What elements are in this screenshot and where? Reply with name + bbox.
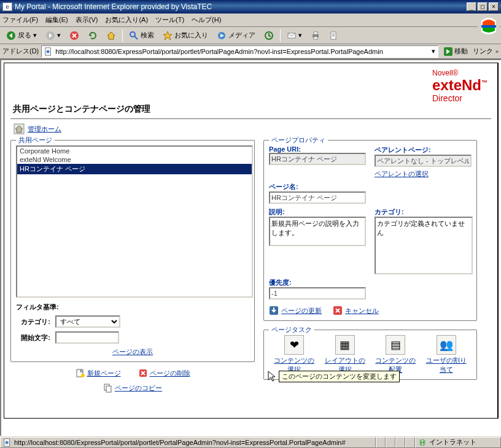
address-input[interactable]: http://localhost:8080/ExpressPortal/port…: [41, 45, 438, 58]
uri-label: Page URI:: [269, 145, 370, 153]
shared-pages-fieldset: 共用ページ Corporate Home exteNd Welcome HRコン…: [10, 140, 255, 362]
new-page-label[interactable]: 新規ページ: [87, 369, 121, 378]
copy-page-link[interactable]: ページのコピー: [10, 383, 255, 393]
task-user-assign-label[interactable]: ユーザの割り当て: [426, 357, 467, 373]
layout-select-icon: ▦: [335, 335, 355, 355]
search-button[interactable]: 検索: [126, 29, 157, 42]
address-url: http://localhost:8080/ExpressPortal/port…: [55, 48, 383, 55]
back-dropdown-icon: ▾: [33, 31, 37, 39]
startchar-input[interactable]: [55, 331, 119, 344]
svg-point-5: [130, 32, 135, 37]
window-titlebar: e My Portal - Microsoft Internet Explore…: [0, 0, 501, 14]
print-button[interactable]: [308, 29, 323, 42]
forward-button[interactable]: ▾: [43, 29, 63, 42]
cancel-icon: [333, 306, 343, 315]
new-page-link[interactable]: 新規ページ: [76, 368, 121, 378]
history-icon: [264, 31, 274, 41]
links-chevron-icon: »: [495, 48, 499, 55]
maximize-button[interactable]: □: [478, 2, 487, 11]
stop-button[interactable]: [67, 29, 82, 42]
page-properties-fieldset: ページプロパティ Page URI: ペアレントページ: ペアレントの選択: [263, 140, 477, 321]
content-viewport: Novell® exteNd™ Director 共用ページとコンテナページの管…: [0, 59, 501, 436]
svg-rect-22: [106, 386, 111, 392]
search-label: 検索: [141, 31, 154, 40]
update-page-button[interactable]: ページの更新: [269, 306, 322, 315]
save-arrow-icon: [269, 306, 279, 315]
parent-select-link[interactable]: ペアレントの選択: [375, 170, 429, 177]
task-layout-select[interactable]: ▦ レイアウトの選択: [322, 335, 368, 374]
edit-button[interactable]: [327, 29, 341, 42]
page-title: 共用ページとコンテナページの管理: [13, 104, 491, 115]
task-content-select[interactable]: ❤ コンテンツの選択: [271, 335, 317, 374]
priority-field[interactable]: [269, 287, 366, 299]
mail-icon: [287, 31, 297, 41]
history-button[interactable]: [262, 29, 276, 42]
content-select-icon: ❤: [284, 335, 304, 355]
name-field[interactable]: [269, 191, 366, 204]
links-label[interactable]: リンク: [473, 47, 493, 56]
close-button[interactable]: ×: [489, 2, 499, 11]
go-arrow-icon: [443, 47, 453, 56]
address-dropdown-icon[interactable]: ▾: [432, 47, 435, 55]
delete-page-label[interactable]: ページの削除: [150, 369, 190, 378]
toolbar-separator: [280, 29, 281, 42]
task-tooltip: このページのコンテンツを変更します: [279, 371, 400, 382]
home-icon: [106, 31, 116, 41]
desc-field[interactable]: 新規共用ページの説明を入力します。: [269, 217, 366, 246]
back-button[interactable]: 戻る ▾: [4, 29, 39, 42]
go-button[interactable]: 移動: [441, 46, 470, 57]
svg-rect-13: [331, 32, 336, 39]
toolbar: 戻る ▾ ▾ 検索 お気に入り メディア ▾: [0, 27, 501, 44]
minimize-button[interactable]: _: [467, 2, 476, 11]
cat-label: カテゴリ:: [375, 207, 475, 217]
brand: Novell® exteNd™ Director: [432, 69, 487, 103]
copy-page-label[interactable]: ページのコピー: [115, 384, 162, 393]
media-icon: [217, 31, 227, 41]
forward-arrow-icon: [45, 31, 55, 41]
menu-help[interactable]: ヘルプ(H): [192, 15, 221, 25]
forward-dropdown-icon: ▾: [57, 31, 61, 39]
update-page-label[interactable]: ページの更新: [281, 306, 322, 315]
uri-field: [269, 153, 366, 165]
status-url: http://localhost:8080/ExpressPortal/port…: [14, 439, 346, 446]
admin-home-label[interactable]: 管理ホーム: [28, 125, 61, 134]
list-item[interactable]: exteNd Welcome: [17, 155, 252, 164]
copy-icon: [103, 383, 113, 393]
menu-view[interactable]: 表示(V): [76, 15, 98, 25]
home-button[interactable]: [104, 29, 118, 42]
go-label: 移動: [454, 47, 468, 56]
category-select[interactable]: すべて: [55, 315, 120, 328]
cancel-button[interactable]: キャンセル: [333, 306, 379, 315]
favorites-button[interactable]: お気に入り: [160, 29, 211, 42]
menu-tools[interactable]: ツール(T): [155, 15, 184, 25]
page-frame: Novell® exteNd™ Director 共用ページとコンテナページの管…: [4, 63, 499, 419]
page-properties-legend: ページプロパティ: [269, 136, 328, 145]
mail-button[interactable]: ▾: [284, 29, 305, 42]
shared-pages-list[interactable]: Corporate Home exteNd Welcome HRコンテイナ ペー…: [16, 145, 253, 298]
admin-home-link[interactable]: 管理ホーム: [13, 123, 489, 135]
back-label: 戻る: [18, 31, 31, 40]
parent-field: [375, 155, 472, 167]
menu-favorites[interactable]: お気に入り(A): [105, 15, 148, 25]
menu-file[interactable]: ファイル(F): [2, 15, 38, 25]
back-arrow-icon: [6, 31, 16, 41]
media-button[interactable]: メディア: [214, 29, 258, 42]
delete-page-link[interactable]: ページの削除: [138, 368, 190, 378]
content-layout-icon: ▤: [386, 335, 405, 355]
list-item-selected[interactable]: HRコンテイナ ページ: [17, 164, 252, 174]
list-item[interactable]: Corporate Home: [17, 147, 252, 155]
desc-label: 説明:: [269, 207, 370, 217]
task-content-layout[interactable]: ▤ コンテンツの配置: [372, 335, 419, 374]
menu-edit[interactable]: 編集(E): [45, 15, 68, 25]
task-user-assign[interactable]: 👥 ユーザの割り当て: [423, 335, 470, 374]
print-icon: [311, 31, 320, 41]
new-page-icon: [76, 368, 85, 378]
cancel-label[interactable]: キャンセル: [345, 306, 379, 315]
show-pages-link[interactable]: ページの表示: [112, 348, 153, 355]
category-label: カテゴリ:: [16, 317, 50, 326]
refresh-button[interactable]: [85, 29, 100, 42]
shared-pages-legend: 共用ページ: [16, 136, 55, 145]
statusbar: http://localhost:8080/ExpressPortal/port…: [0, 436, 501, 448]
brand-director: Director: [432, 94, 487, 103]
svg-point-15: [47, 50, 50, 53]
